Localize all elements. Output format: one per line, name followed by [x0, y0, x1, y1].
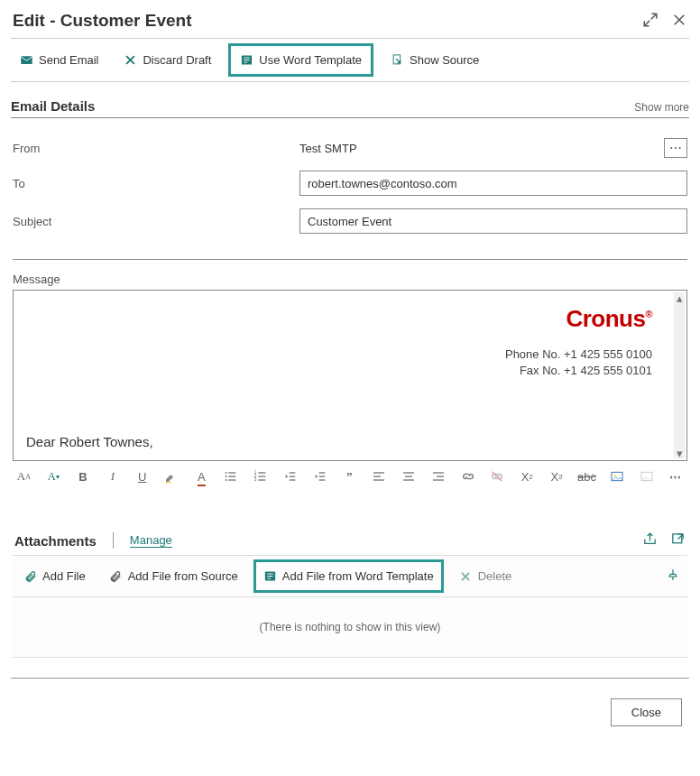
- popout-icon[interactable]: [670, 531, 686, 550]
- subject-input[interactable]: [299, 208, 687, 234]
- svg-rect-9: [228, 479, 235, 480]
- svg-rect-25: [403, 472, 414, 473]
- scroll-down-icon[interactable]: ▾: [674, 448, 685, 458]
- strikethrough-icon[interactable]: abc: [578, 468, 594, 485]
- align-center-icon[interactable]: [401, 468, 417, 485]
- add-file-from-source-button[interactable]: Add File from Source: [104, 566, 244, 587]
- close-button[interactable]: Close: [611, 698, 682, 726]
- align-right-icon[interactable]: [430, 468, 446, 485]
- paperclip-icon: [23, 569, 37, 583]
- svg-rect-18: [289, 479, 295, 480]
- font-size-up-icon[interactable]: AA: [16, 468, 32, 485]
- svg-rect-23: [373, 476, 381, 476]
- use-word-template-button[interactable]: Use Word Template: [231, 46, 371, 74]
- delete-button[interactable]: Delete: [454, 566, 518, 587]
- message-body[interactable]: Cronus® Phone No. +1 425 555 0100 Fax No…: [14, 291, 672, 460]
- divider: [113, 532, 114, 549]
- separator: [13, 259, 687, 260]
- discard-draft-button[interactable]: Discard Draft: [118, 50, 216, 70]
- remove-image-icon[interactable]: [639, 468, 654, 485]
- more-formatting-icon[interactable]: ⋯: [668, 468, 684, 485]
- send-email-icon: [20, 53, 33, 67]
- svg-rect-15: [258, 479, 265, 480]
- svg-rect-14: [258, 476, 265, 476]
- add-file-label: Add File: [42, 569, 86, 583]
- underline-icon[interactable]: U: [134, 468, 150, 485]
- send-email-button[interactable]: Send Email: [14, 50, 104, 70]
- subject-row: Subject: [13, 208, 687, 234]
- svg-rect-13: [258, 472, 265, 473]
- discard-draft-icon: [124, 53, 137, 67]
- email-details-header: Email Details Show more: [11, 98, 689, 118]
- subscript-icon[interactable]: X2: [549, 468, 565, 485]
- from-more-button[interactable]: ⋯: [664, 138, 687, 158]
- from-label: From: [13, 142, 299, 155]
- svg-rect-24: [373, 479, 384, 480]
- use-word-template-label: Use Word Template: [259, 53, 362, 67]
- scroll-up-icon[interactable]: ▴: [674, 292, 685, 303]
- from-value: Test SMTP: [299, 142, 657, 155]
- align-left-icon[interactable]: [372, 468, 387, 485]
- show-more-link[interactable]: Show more: [634, 101, 689, 114]
- svg-rect-29: [437, 476, 444, 476]
- svg-rect-19: [318, 472, 325, 473]
- add-file-from-word-template-label: Add File from Word Template: [282, 569, 434, 583]
- close-icon[interactable]: [671, 12, 687, 31]
- indent-icon[interactable]: [312, 468, 327, 485]
- svg-point-5: [226, 476, 227, 477]
- font-size-down-icon[interactable]: A▾: [46, 468, 61, 485]
- dialog-footer: Close: [11, 678, 689, 726]
- svg-rect-16: [289, 472, 295, 473]
- paperclip-icon: [109, 569, 123, 583]
- to-input[interactable]: [299, 171, 687, 196]
- scrollbar[interactable]: ▴ ▾: [674, 292, 685, 458]
- message-label: Message: [11, 273, 689, 286]
- to-row: To: [13, 171, 687, 196]
- word-template-icon: [263, 569, 277, 583]
- superscript-icon[interactable]: X2: [520, 468, 535, 485]
- svg-rect-7: [228, 472, 235, 473]
- show-source-button[interactable]: Show Source: [385, 50, 484, 70]
- subject-label: Subject: [13, 215, 299, 228]
- link-icon[interactable]: [460, 468, 475, 485]
- add-file-from-word-template-button[interactable]: Add File from Word Template: [256, 562, 441, 590]
- highlight-icon[interactable]: [164, 468, 180, 485]
- svg-rect-26: [405, 476, 412, 476]
- bold-icon[interactable]: B: [76, 468, 91, 485]
- email-details-title: Email Details: [11, 98, 95, 114]
- svg-rect-0: [21, 56, 32, 64]
- unlink-icon[interactable]: [490, 468, 505, 485]
- svg-rect-27: [403, 479, 414, 480]
- window-controls: [642, 12, 687, 31]
- italic-icon[interactable]: I: [105, 468, 120, 485]
- svg-text:3: 3: [254, 477, 257, 482]
- attachments-empty: (There is nothing to show in this view): [13, 597, 687, 658]
- outdent-icon[interactable]: [282, 468, 298, 485]
- expand-icon[interactable]: [642, 12, 659, 31]
- greeting-text: Dear Robert Townes,: [26, 434, 153, 449]
- svg-rect-30: [433, 479, 444, 480]
- number-list-icon[interactable]: 123: [253, 468, 269, 485]
- attachments-header: Attachments Manage: [11, 531, 689, 550]
- email-details-form: From Test SMTP ⋯ To Subject: [11, 138, 689, 234]
- insert-image-icon[interactable]: [609, 468, 624, 485]
- discard-draft-label: Discard Draft: [143, 53, 211, 67]
- manage-link[interactable]: Manage: [130, 533, 172, 548]
- bullet-list-icon[interactable]: [224, 468, 239, 485]
- pin-icon[interactable]: [666, 568, 680, 585]
- font-color-icon[interactable]: A: [194, 468, 209, 485]
- add-file-button[interactable]: Add File: [18, 566, 91, 587]
- svg-rect-8: [228, 476, 235, 476]
- svg-rect-34: [673, 534, 682, 543]
- add-file-from-source-label: Add File from Source: [128, 569, 238, 583]
- to-label: To: [13, 177, 299, 190]
- share-icon[interactable]: [642, 531, 658, 550]
- show-source-label: Show Source: [410, 53, 479, 67]
- word-template-icon: [240, 53, 253, 67]
- svg-rect-28: [433, 472, 444, 473]
- svg-point-4: [226, 472, 227, 474]
- svg-point-6: [226, 479, 227, 481]
- quote-icon[interactable]: ”: [342, 468, 357, 485]
- dialog-header: Edit - Customer Event: [11, 11, 689, 36]
- message-editor[interactable]: Cronus® Phone No. +1 425 555 0100 Fax No…: [13, 290, 687, 461]
